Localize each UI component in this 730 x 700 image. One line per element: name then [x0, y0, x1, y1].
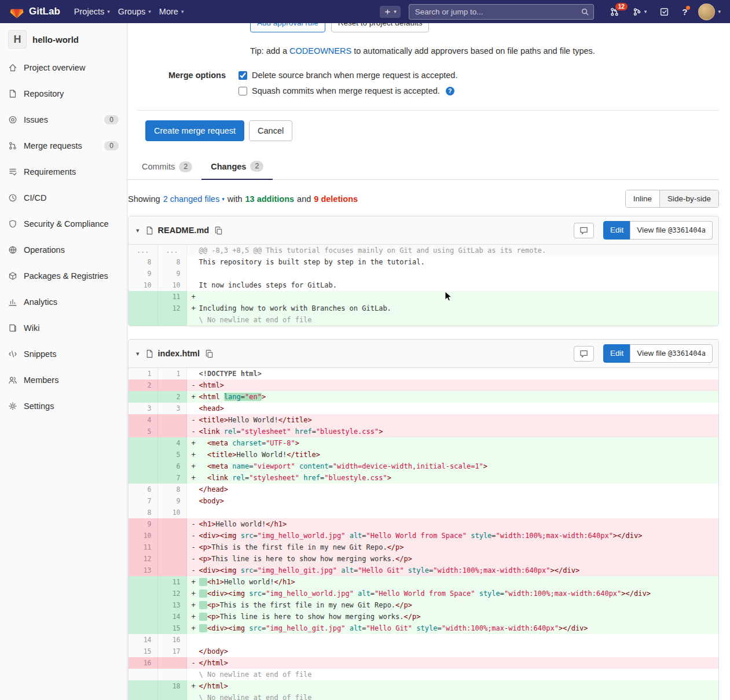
- file-name[interactable]: README.md: [158, 226, 210, 235]
- gitlab-wordmark[interactable]: GitLab: [29, 6, 60, 17]
- new-line-number[interactable]: 11: [157, 576, 186, 588]
- tab-commits[interactable]: Commits 2: [133, 154, 201, 179]
- sidebar-item-members[interactable]: Members: [0, 367, 127, 393]
- old-line-number[interactable]: 6: [129, 484, 157, 495]
- squash-commits-checkbox[interactable]: [239, 87, 247, 95]
- old-line-number[interactable]: [129, 391, 157, 403]
- new-line-number[interactable]: [157, 518, 186, 530]
- new-item-menu-button[interactable]: ▾: [380, 6, 401, 18]
- old-line-number[interactable]: [129, 611, 157, 622]
- collapse-chevron-icon[interactable]: ▾: [134, 350, 141, 358]
- old-line-number[interactable]: [129, 291, 157, 303]
- project-header[interactable]: H hello-world: [0, 23, 127, 54]
- old-line-number[interactable]: [129, 449, 157, 460]
- new-line-number[interactable]: 16: [157, 634, 186, 646]
- new-line-number[interactable]: 10: [157, 279, 186, 291]
- sidebar-item-requirements[interactable]: Requirements: [0, 159, 127, 185]
- new-line-number[interactable]: [157, 541, 186, 553]
- old-line-number[interactable]: 1: [129, 368, 157, 380]
- new-line-number[interactable]: 12: [157, 588, 186, 599]
- delete-source-branch-checkbox[interactable]: [239, 71, 247, 80]
- old-line-number[interactable]: 9: [129, 518, 157, 530]
- edit-file-button[interactable]: Edit: [603, 221, 630, 240]
- sidebar-item-wiki[interactable]: Wiki: [0, 315, 127, 341]
- reset-defaults-button[interactable]: Reset to project defaults: [331, 23, 430, 32]
- mr-menu-button[interactable]: ▾: [632, 7, 647, 17]
- gitlab-logo-icon[interactable]: [9, 4, 24, 19]
- file-name[interactable]: index.html: [158, 349, 200, 358]
- toggle-comments-button[interactable]: [574, 346, 594, 362]
- view-file-button[interactable]: View file @3361404a: [630, 344, 713, 363]
- view-file-button[interactable]: View file @3361404a: [630, 221, 713, 240]
- new-line-number[interactable]: 15: [157, 622, 186, 634]
- new-line-number[interactable]: 12: [157, 303, 186, 314]
- new-line-number[interactable]: [157, 657, 186, 669]
- new-line-number[interactable]: [157, 530, 186, 541]
- nav-menu-projects[interactable]: Projects▾: [74, 7, 110, 16]
- sidebar-item-merge-requests[interactable]: Merge requests0: [0, 132, 127, 159]
- old-line-number[interactable]: 11: [129, 541, 157, 553]
- old-line-number[interactable]: 14: [129, 634, 157, 646]
- old-line-number[interactable]: [129, 622, 157, 634]
- new-line-number[interactable]: 7: [157, 472, 186, 484]
- old-line-number[interactable]: 3: [129, 403, 157, 414]
- new-line-number[interactable]: 5: [157, 449, 186, 460]
- new-line-number[interactable]: 8: [157, 256, 186, 268]
- copy-path-icon[interactable]: [205, 349, 214, 358]
- new-line-number[interactable]: [157, 426, 186, 437]
- sidebar-item-ci-cd[interactable]: CI/CD: [0, 185, 127, 211]
- old-line-number[interactable]: [129, 303, 157, 314]
- sidebar-item-analytics[interactable]: Analytics: [0, 289, 127, 315]
- new-line-number[interactable]: 9: [157, 495, 186, 507]
- old-line-number[interactable]: 2: [129, 380, 157, 391]
- create-merge-request-button[interactable]: Create merge request: [145, 120, 244, 141]
- old-line-number[interactable]: 9: [129, 268, 157, 279]
- new-line-number[interactable]: [157, 553, 186, 565]
- sidebar-item-repository[interactable]: Repository: [0, 80, 127, 106]
- sidebar-item-settings[interactable]: Settings: [0, 393, 127, 419]
- help-button[interactable]: ?: [682, 7, 687, 17]
- sidebar-item-security-compliance[interactable]: Security & Compliance: [0, 211, 127, 237]
- new-line-number[interactable]: [157, 380, 186, 391]
- sidebar-item-packages-registries[interactable]: Packages & Registries: [0, 263, 127, 289]
- new-line-number[interactable]: 18: [157, 680, 186, 692]
- sidebar-item-operations[interactable]: Operations: [0, 237, 127, 263]
- squash-help-icon[interactable]: ?: [446, 87, 454, 95]
- old-line-number[interactable]: 8: [129, 256, 157, 268]
- old-line-number[interactable]: 8: [129, 507, 157, 518]
- nav-menu-groups[interactable]: Groups▾: [118, 7, 151, 16]
- old-line-number[interactable]: 10: [129, 279, 157, 291]
- side-by-side-view-button[interactable]: Side-by-side: [659, 190, 718, 207]
- changed-files-dropdown[interactable]: 2 changed files▾: [163, 194, 225, 204]
- new-line-number[interactable]: 6: [157, 460, 186, 472]
- old-line-number[interactable]: [129, 588, 157, 599]
- old-line-number[interactable]: [129, 460, 157, 472]
- sidebar-item-snippets[interactable]: Snippets: [0, 341, 127, 367]
- old-line-number[interactable]: 12: [129, 553, 157, 565]
- new-line-number[interactable]: [157, 565, 186, 576]
- old-line-number[interactable]: 5: [129, 426, 157, 437]
- search-input[interactable]: [409, 4, 594, 20]
- old-line-number[interactable]: [129, 472, 157, 484]
- new-line-number[interactable]: 2: [157, 391, 186, 403]
- merge-requests-nav-button[interactable]: 12: [610, 7, 619, 17]
- copy-path-icon[interactable]: [214, 226, 223, 235]
- old-line-number[interactable]: 10: [129, 530, 157, 541]
- new-line-number[interactable]: [157, 414, 186, 426]
- new-line-number[interactable]: 14: [157, 611, 186, 622]
- old-line-number[interactable]: 7: [129, 495, 157, 507]
- collapse-chevron-icon[interactable]: ▾: [134, 227, 141, 234]
- old-line-number[interactable]: 15: [129, 646, 157, 657]
- new-line-number[interactable]: 4: [157, 437, 186, 449]
- old-line-number[interactable]: [129, 576, 157, 588]
- toggle-comments-button[interactable]: [574, 223, 594, 238]
- new-line-number[interactable]: 10: [157, 507, 186, 518]
- todos-button[interactable]: [659, 7, 669, 17]
- codeowners-link[interactable]: CODEOWNERS: [289, 46, 351, 56]
- cancel-button[interactable]: Cancel: [249, 120, 292, 141]
- old-line-number[interactable]: [129, 599, 157, 611]
- old-line-number[interactable]: 16: [129, 657, 157, 669]
- user-menu-button[interactable]: ▾: [698, 3, 721, 20]
- old-line-number[interactable]: 4: [129, 414, 157, 426]
- new-line-number[interactable]: 17: [157, 646, 186, 657]
